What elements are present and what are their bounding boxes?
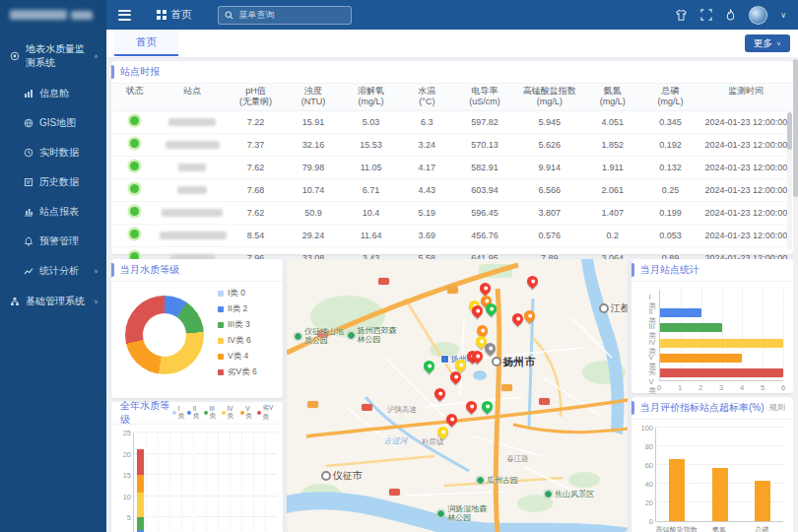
status-dot-normal	[130, 162, 139, 170]
station-cell	[159, 133, 228, 156]
sidebar-group-1[interactable]: 基础管理系统∨	[0, 286, 106, 317]
hamburger-menu-icon[interactable]	[106, 10, 143, 21]
legend-item[interactable]: IV类	[222, 404, 237, 422]
table-scrollbar-thumb[interactable]	[787, 112, 792, 150]
tab-home[interactable]: 首页	[114, 30, 178, 56]
sidebar-item[interactable]: 站点报表	[0, 197, 106, 227]
gridline	[169, 432, 170, 532]
station-marker-red[interactable]	[464, 399, 480, 415]
legend-item[interactable]: II类	[187, 404, 201, 422]
caret-down-icon[interactable]: ∨	[780, 11, 786, 20]
y-tick-label: 80	[645, 442, 653, 451]
rules-link[interactable]: 规则	[769, 397, 785, 419]
column-header: 高锰酸盐指数(mg/L)	[515, 84, 584, 110]
sidebar-item[interactable]: 信息舱	[0, 79, 106, 108]
station-marker-red[interactable]	[444, 412, 460, 428]
app-window: 地表水质量监测系统∧信息舱GIS地图实时数据历史数据站点报表预警管理统计分析∨基…	[0, 0, 798, 532]
park-poi-icon	[347, 331, 356, 340]
map-city-label: 扬州市	[492, 355, 536, 369]
gis-map[interactable]: 扬州市江都区仪征市扬州西郊森林公园仪征捺山地质公园扬州站瓜州古园焦山风景区润扬湿…	[287, 259, 628, 532]
panel-title: 当月评价指标站点超标率(%) 规则	[632, 397, 793, 420]
station-marker-red[interactable]	[477, 281, 493, 297]
table-row: 8.5429.2411.643.69456.760.5760.20.053202…	[111, 224, 793, 246]
legend-label: I类	[178, 405, 185, 421]
gridline	[763, 290, 764, 380]
user-avatar[interactable]	[749, 6, 767, 25]
page-scrollbar-thumb[interactable]	[793, 59, 798, 197]
search-input[interactable]	[237, 9, 345, 21]
table-scrollbar[interactable]	[787, 112, 792, 250]
legend-item[interactable]: II类 2	[218, 303, 257, 315]
sidebar-item[interactable]: GIS地图	[0, 108, 106, 138]
legend-item[interactable]: 劣V类 6	[218, 366, 257, 378]
station-name-redacted	[166, 141, 220, 149]
station-report-table: 状态 站点 pH值(无量纲)浊度(NTU)溶解氧(mg/L)水温(°C)电导率(…	[111, 84, 793, 270]
annual-stacked-chart: 0510152025	[133, 432, 277, 532]
legend-label: V类 4	[228, 351, 248, 363]
station-marker-orange[interactable]	[522, 308, 538, 324]
tab-bar: 首页 更多∨	[106, 30, 798, 58]
gridline	[656, 445, 783, 446]
logo-redacted-text	[71, 11, 93, 20]
legend-item[interactable]: III类 3	[218, 319, 257, 331]
value-cell: 32.16	[285, 133, 343, 156]
x-tick-label: 2	[698, 383, 702, 392]
menu-search[interactable]	[218, 6, 352, 25]
park-poi-icon	[476, 476, 485, 485]
time-cell: 2024-01-23 12:00:00	[699, 156, 793, 178]
legend-item[interactable]: V类 4	[218, 351, 257, 363]
road-badge	[307, 401, 318, 408]
station-cell	[159, 224, 228, 246]
panel-title: 全年水质等级	[120, 399, 172, 427]
page-scrollbar[interactable]	[793, 57, 798, 532]
sidebar-item[interactable]: 历史数据	[0, 167, 106, 197]
status-dot-normal	[130, 184, 139, 193]
legend-item[interactable]: IV类 6	[218, 335, 257, 347]
sidebar-item[interactable]: 预警管理	[0, 227, 106, 256]
sidebar-item[interactable]: 实时数据	[0, 138, 106, 167]
sidebar-item[interactable]: 统计分析∨	[0, 256, 106, 286]
annual-grade-panel: 全年水质等级 I类II类III类IV类V类劣V类 0510152025 1234…	[111, 402, 283, 532]
legend-item[interactable]: 劣V类	[257, 404, 277, 422]
v-bar	[669, 459, 685, 521]
sidebar-group-0[interactable]: 地表水质量监测系统∧	[0, 33, 106, 79]
value-cell: 0.2	[584, 224, 642, 246]
time-cell: 2024-01-23 12:00:00	[699, 133, 793, 156]
station-marker-green[interactable]	[480, 399, 496, 415]
caret-down-icon: ∨	[776, 40, 781, 46]
station-marker-red[interactable]	[432, 386, 448, 402]
stacked-bar-month-1	[137, 449, 144, 532]
x-tick-label: 3	[719, 383, 723, 392]
road-badge	[362, 404, 372, 411]
value-cell: 11.64	[342, 224, 400, 246]
status-cell	[111, 156, 159, 178]
value-cell: 1.911	[584, 156, 642, 178]
gridline	[230, 432, 231, 532]
breadcrumb[interactable]: 首页	[157, 8, 192, 22]
category-label: 劣V类	[649, 367, 657, 396]
station-marker-red[interactable]	[525, 274, 541, 290]
value-cell: 0.053	[641, 224, 699, 246]
flame-icon[interactable]	[725, 9, 736, 22]
map-poi-label: 瓜州古园	[476, 476, 518, 485]
x-tick-label: 5	[761, 383, 765, 392]
road-badge	[501, 384, 512, 391]
donut-legend: I类 0II类 2III类 3IV类 6V类 4劣V类 6	[218, 288, 257, 378]
x-tick-label: 4	[740, 383, 744, 392]
legend-item[interactable]: V类	[240, 404, 254, 422]
theme-skin-icon[interactable]	[675, 9, 688, 22]
station-marker-green[interactable]	[422, 359, 437, 374]
value-cell: 1.852	[584, 133, 642, 156]
gridline	[241, 432, 242, 532]
value-cell: 0.192	[641, 133, 699, 156]
legend-swatch	[218, 322, 224, 328]
more-button[interactable]: 更多∨	[745, 34, 790, 52]
logo-redacted-text	[10, 10, 67, 20]
legend-item[interactable]: I类	[172, 404, 184, 422]
fullscreen-icon[interactable]	[700, 9, 712, 21]
legend-item[interactable]: III类	[204, 404, 219, 422]
station-cell	[159, 178, 228, 201]
legend-swatch	[172, 411, 176, 415]
legend-item[interactable]: I类 0	[218, 288, 257, 299]
map-poi-label: 古运河	[384, 435, 408, 446]
